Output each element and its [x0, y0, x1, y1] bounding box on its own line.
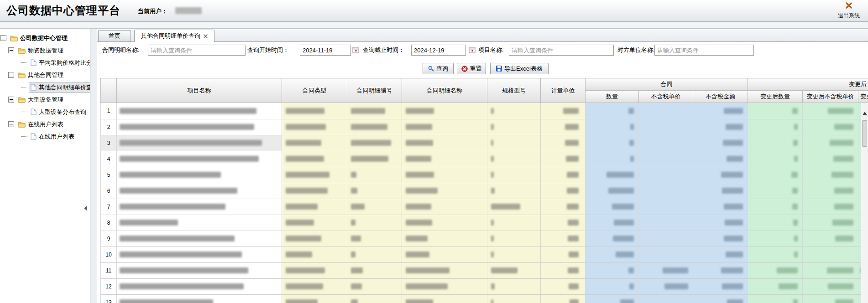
table-row[interactable]: 8: [101, 215, 862, 231]
tree-item-other-contract-mgmt[interactable]: 其他合同管理: [0, 69, 90, 81]
cell-contract-type: [282, 215, 347, 231]
table-row[interactable]: 10: [101, 247, 862, 262]
query-end-date-input[interactable]: [411, 45, 466, 56]
tree-item-large-equipment-distribution-query[interactable]: 大型设备分布查询: [0, 106, 90, 118]
col-header-contract-detail-no[interactable]: 合同明细编号: [347, 78, 402, 103]
tree-item-online-user-list[interactable]: 在线用户列表: [0, 130, 90, 143]
table-row[interactable]: 3: [101, 135, 862, 151]
export-excel-button[interactable]: 导出Excel表格: [490, 63, 549, 74]
tree-node[interactable]: 物资数据管理: [16, 45, 66, 56]
redacted-cell-value: [794, 252, 798, 257]
cell-project-name: [117, 278, 282, 294]
scroll-up-button[interactable]: [861, 109, 868, 118]
cell-project-name: [117, 215, 282, 231]
col-header-contract-type[interactable]: 合同类型: [282, 78, 347, 103]
col-header-contract-detail-name[interactable]: 合同明细名称: [402, 78, 487, 103]
table-row[interactable]: 13: [101, 294, 862, 303]
table-row[interactable]: 12: [101, 278, 862, 294]
row-number: 10: [105, 252, 111, 258]
redacted-cell-value: [568, 236, 579, 241]
table-row[interactable]: 11: [101, 262, 862, 278]
cell-changed-quantity: [748, 215, 803, 231]
tree-node[interactable]: 在线用户列表: [16, 119, 66, 130]
redacted-cell-value: [630, 156, 634, 162]
redacted-cell-value: [286, 124, 326, 130]
col-header-spec-model[interactable]: 规格型号: [487, 78, 541, 103]
vertical-scrollbar[interactable]: [861, 103, 868, 303]
col-header-changed-price-ex-tax[interactable]: 变更后不含税单价: [803, 91, 858, 103]
tree-expander-icon[interactable]: [8, 72, 14, 78]
cell-quantity: [586, 294, 639, 303]
tree-item-material-data-mgmt[interactable]: 物资数据管理: [0, 44, 90, 56]
redacted-cell-value: [831, 172, 853, 178]
tree-node-selected[interactable]: 其他合同明细单价查询: [29, 82, 90, 93]
table-row[interactable]: 5: [101, 167, 862, 183]
query-start-date-input[interactable]: [300, 45, 351, 56]
table-row[interactable]: 6: [101, 183, 862, 199]
tree-node[interactable]: 公司数据中心管理: [8, 33, 70, 44]
field-label-query-start-date: 查询开始时间：: [247, 45, 289, 56]
col-header-changed-quantity[interactable]: 变更后数量: [748, 91, 803, 103]
cell-contract-detail-no: [347, 135, 402, 151]
tree-item-avg-purchase-price-compare[interactable]: 平均采购价格对比分析: [0, 56, 90, 69]
cell-changed-quantity: [748, 151, 803, 167]
redacted-cell-value: [491, 299, 493, 303]
redacted-cell-value: [828, 283, 853, 289]
tree-node[interactable]: 平均采购价格对比分析: [29, 57, 90, 68]
col-header-price-ex-tax[interactable]: 不含税单价: [639, 91, 693, 103]
contract-detail-name-input[interactable]: [148, 45, 246, 56]
field-label-query-end-date: 查询截止时间：: [363, 45, 404, 56]
tree-expander-icon[interactable]: [8, 121, 14, 127]
cell-quantity: [586, 262, 639, 278]
col-header-row-num[interactable]: [101, 78, 117, 103]
cell-quantity: [586, 215, 639, 231]
tree-item-label: 其他合同明细单价查询: [39, 83, 90, 92]
table-row[interactable]: 1: [101, 103, 862, 119]
cell-contract-type: [282, 167, 347, 183]
collapse-left-arrow-icon[interactable]: [84, 206, 87, 211]
logout-button[interactable]: 退出系统: [832, 2, 865, 20]
col-header-project-name[interactable]: 项目名称: [117, 78, 282, 103]
col-header-unit[interactable]: 计量单位: [541, 78, 586, 103]
tab-close-icon[interactable]: [204, 34, 208, 38]
col-header-changed-amount-ex-tax[interactable]: 变更后不含税金额: [858, 91, 868, 103]
tree-item-other-contract-detail-price-query[interactable]: 其他合同明细单价查询: [0, 81, 90, 93]
tree-node[interactable]: 其他合同管理: [16, 70, 66, 81]
redacted-cell-value: [613, 236, 634, 241]
tab-other-contract-detail-price-query[interactable]: 其他合同明细单价查询: [134, 30, 214, 42]
close-icon: [204, 34, 208, 38]
table-row[interactable]: 4: [101, 151, 862, 167]
col-header-amount-ex-tax[interactable]: 不含税金额: [693, 91, 748, 103]
tree-item-company-data-center-mgmt[interactable]: 公司数据中心管理: [0, 32, 90, 44]
cell-amount-ex-tax: [693, 278, 748, 294]
tree-node[interactable]: 在线用户列表: [29, 131, 77, 142]
cell-contract-detail-no: [347, 167, 402, 183]
save-disk-icon: [496, 66, 502, 72]
cell-spec-model: [487, 262, 541, 278]
tree-item-online-user-list-group[interactable]: 在线用户列表: [0, 118, 90, 130]
cell-row-num: 6: [101, 183, 117, 199]
table-row[interactable]: 2: [101, 119, 862, 135]
table-row[interactable]: 7: [101, 199, 862, 215]
redacted-cell-value: [834, 204, 853, 210]
tree-expander-icon[interactable]: [8, 47, 14, 53]
query-end-date-calendar-button[interactable]: [468, 46, 476, 54]
panel-splitter[interactable]: [91, 29, 97, 303]
tab-home[interactable]: 首页: [98, 30, 131, 41]
table-row[interactable]: 9: [101, 231, 862, 247]
cell-changed-price-ex-tax: [803, 231, 858, 247]
col-header-quantity[interactable]: 数量: [586, 91, 639, 103]
tree-node[interactable]: 大型设备分布查询: [29, 107, 89, 118]
tree-node[interactable]: 大型设备管理: [16, 94, 66, 105]
query-button[interactable]: 查询: [423, 63, 454, 74]
project-name-input[interactable]: [509, 45, 614, 56]
query-start-date-calendar-button[interactable]: [352, 46, 360, 54]
counterparty-name-input[interactable]: [654, 45, 754, 56]
tree-expander-icon[interactable]: [8, 97, 14, 103]
scrollbar-thumb[interactable]: [862, 120, 867, 147]
tree-expander-icon[interactable]: [0, 35, 6, 41]
cell-quantity: [586, 135, 639, 151]
tree-item-large-equipment-mgmt[interactable]: 大型设备管理: [0, 93, 90, 106]
reset-button[interactable]: 重置: [457, 63, 486, 74]
cell-spec-model: [487, 231, 541, 247]
